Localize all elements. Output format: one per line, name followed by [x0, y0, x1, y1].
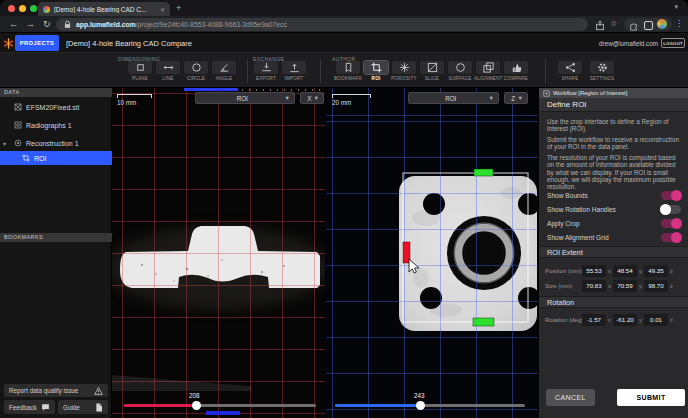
- roi-handle-top-green: [474, 169, 493, 176]
- forward-icon[interactable]: →: [26, 19, 35, 29]
- mouse-cursor-icon: [409, 259, 419, 273]
- roi-dropdown-right[interactable]: ROI ▼: [408, 92, 499, 104]
- roi-button[interactable]: ROI: [362, 61, 390, 81]
- import-button[interactable]: IMPORT: [280, 61, 308, 81]
- feedback-button[interactable]: Feedback: [4, 400, 55, 414]
- reconstruction-icon: [14, 139, 22, 147]
- chevron-down-icon: ▼: [518, 95, 523, 101]
- angle-button[interactable]: ANGLE: [210, 61, 238, 81]
- export-icon: [254, 61, 278, 74]
- projects-button[interactable]: PROJECTS: [15, 35, 59, 51]
- warning-icon: [94, 387, 103, 395]
- new-tab-button[interactable]: +: [176, 3, 181, 13]
- viewport-left-x-view[interactable]: 10 mm ROI ▼ X ▼ 208: [112, 88, 325, 418]
- scrub-progress-bar[interactable]: [184, 88, 238, 91]
- tab-favicon-icon: [43, 6, 50, 13]
- chevron-down-icon: ▼: [285, 95, 290, 101]
- settings-button[interactable]: SETTINGS: [588, 61, 616, 81]
- slice-slider-left[interactable]: 208: [124, 404, 316, 407]
- size-z-field[interactable]: 98.70: [644, 280, 668, 292]
- scale-bracket: [332, 94, 371, 98]
- plane-button[interactable]: PLANE: [126, 61, 154, 81]
- reload-icon[interactable]: ↻: [43, 19, 51, 29]
- apply-crop-toggle[interactable]: [661, 219, 681, 228]
- slider-fill: [335, 404, 421, 407]
- url-host: app.lumafield.com: [76, 21, 136, 28]
- line-button[interactable]: LINE: [154, 61, 182, 81]
- logout-button[interactable]: LOGOUT: [661, 38, 685, 48]
- circle-button[interactable]: CIRCLE: [182, 61, 210, 81]
- size-row: Size (mm) 70.83 x 70.59 y 98.70 z: [539, 279, 688, 292]
- tab-close-icon[interactable]: ✕: [160, 6, 165, 13]
- rotation-header: Rotation: [539, 296, 688, 308]
- alignment-icon: [476, 61, 500, 74]
- slider-knob[interactable]: [192, 401, 201, 410]
- toolbar-divider: [320, 59, 321, 83]
- slice-button[interactable]: SLICE: [418, 61, 446, 81]
- bookmark-star-icon[interactable]: ☆: [610, 19, 617, 28]
- window-close-button[interactable]: [8, 5, 15, 12]
- submit-button[interactable]: SUBMIT: [617, 389, 685, 406]
- browser-tab[interactable]: [Demo] 4-hole Bearing CAD C... ✕: [38, 2, 170, 16]
- show-alignment-grid-toggle[interactable]: [661, 233, 681, 242]
- sidebar-item-reconstruction[interactable]: ▾ Reconstruction 1: [0, 136, 112, 150]
- show-rotation-handles-toggle[interactable]: [661, 205, 681, 214]
- window-minimize-button[interactable]: [19, 5, 26, 12]
- tab-search-chevron-icon[interactable]: ▾: [674, 3, 678, 11]
- export-button[interactable]: EXPORT: [252, 61, 280, 81]
- data-section-header: DATA: [0, 88, 112, 97]
- scale-bracket: [117, 94, 152, 98]
- size-y-field[interactable]: 70.59: [613, 280, 637, 292]
- axis-dropdown-right[interactable]: Z ▼: [504, 92, 528, 104]
- slice-slider-right[interactable]: 243: [335, 404, 525, 407]
- rotation-y-field[interactable]: -61.20: [613, 314, 637, 326]
- lumafield-logo-icon[interactable]: [3, 38, 14, 49]
- surface-icon: [448, 61, 472, 74]
- toggle-row-show-rotation-handles: Show Rotation Handles: [539, 204, 688, 215]
- surface-button[interactable]: SURFACE: [446, 61, 474, 81]
- back-icon[interactable]: ←: [9, 19, 18, 29]
- axis-dropdown-left[interactable]: X ▼: [300, 92, 324, 104]
- size-x-field[interactable]: 70.83: [582, 280, 606, 292]
- porosity-button[interactable]: POROSITY: [390, 61, 418, 81]
- angle-icon: [212, 61, 236, 74]
- window-zoom-button[interactable]: [30, 5, 37, 12]
- position-z-field[interactable]: 49.35: [644, 265, 668, 277]
- share-icon: [558, 61, 582, 74]
- bookmark-button[interactable]: BOOKMARK: [334, 61, 362, 81]
- rotation-x-field[interactable]: -1.57: [582, 314, 606, 326]
- porosity-icon: [392, 61, 416, 74]
- rotation-z-field[interactable]: 0.01: [644, 314, 668, 326]
- scale-bar: 10 mm: [117, 94, 152, 106]
- project-title: [Demo] 4-hole Bearing CAD Compare: [66, 39, 192, 48]
- toggle-row-show-alignment-grid: Show Alignment Grid: [539, 232, 688, 243]
- position-y-field[interactable]: 48.54: [613, 265, 637, 277]
- browser-menu-dots-icon[interactable]: ⋮: [675, 19, 683, 28]
- alignment-button[interactable]: ALIGNMENT: [474, 61, 502, 81]
- position-x-field[interactable]: 55.53: [582, 265, 606, 277]
- show-bounds-toggle[interactable]: [661, 191, 681, 200]
- roi-description-2: Submit the workflow to receive a reconst…: [547, 136, 683, 151]
- guide-button[interactable]: Guide: [58, 400, 108, 414]
- cancel-button[interactable]: CANCEL: [546, 389, 595, 406]
- compare-button[interactable]: COMPARE: [502, 61, 530, 81]
- chevron-down-icon[interactable]: ▾: [3, 140, 6, 147]
- sidebar-item-stl[interactable]: EFSM20Fixed.stl: [0, 100, 112, 114]
- extensions-puzzle-icon[interactable]: [629, 21, 639, 31]
- share-page-icon[interactable]: [595, 20, 605, 31]
- toolbar: DIMENSIONING PLANE LINE CIRCLE ANGLE EXC…: [0, 53, 688, 88]
- viewport-right-z-view[interactable]: 20 mm ROI ▼ Z ▼ 243: [325, 88, 538, 418]
- browser-avatar[interactable]: [657, 19, 667, 29]
- roi-dropdown-left[interactable]: ROI ▼: [195, 92, 295, 104]
- share-button[interactable]: SHARE: [556, 61, 584, 81]
- sidebar-item-roi[interactable]: ROI: [0, 151, 112, 165]
- sidebar-item-label: EFSM20Fixed.stl: [26, 104, 79, 111]
- report-data-quality-button[interactable]: Report data quality issue: [4, 384, 108, 397]
- sidebar-item-label: Radiographs 1: [26, 122, 72, 129]
- sidebar-item-radiographs[interactable]: Radiographs 1: [0, 118, 112, 132]
- url-omnibox[interactable]: app.lumafield.com/project/9e24fc40-8553-…: [56, 18, 588, 31]
- slider-knob[interactable]: [416, 401, 425, 410]
- scrub-tick-marks: [242, 89, 324, 91]
- crop-icon: [22, 154, 30, 162]
- profile-window-icon[interactable]: [644, 21, 653, 30]
